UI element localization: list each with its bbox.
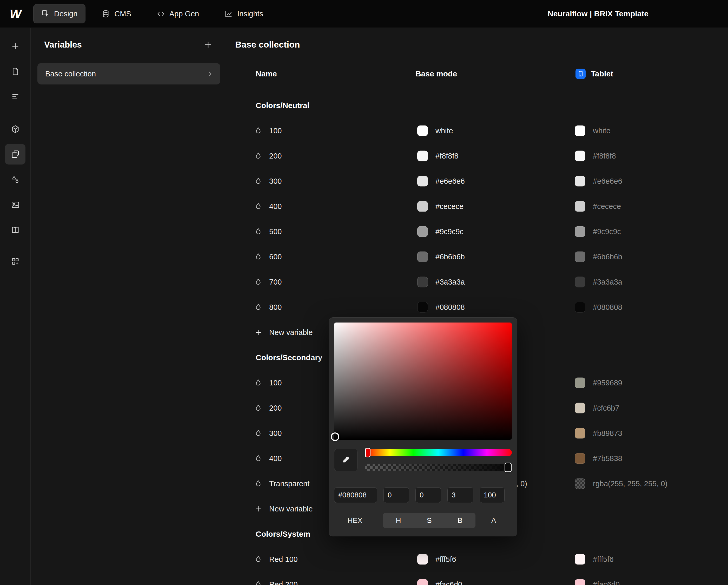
components-icon — [11, 125, 20, 133]
color-swatch[interactable] — [417, 277, 428, 287]
alpha-slider[interactable] — [365, 464, 512, 471]
rail-components-button[interactable] — [5, 119, 25, 139]
variable-row[interactable]: 200#f8f8f8#f8f8f8 — [227, 143, 728, 169]
color-value[interactable]: #6b6b6b — [593, 252, 622, 261]
rail-assets-button[interactable] — [5, 195, 25, 215]
color-value[interactable]: #f8f8f8 — [593, 152, 616, 160]
color-value[interactable]: #fff5f6 — [593, 555, 614, 563]
column-header-tablet[interactable]: Tablet — [575, 69, 613, 79]
hue-slider[interactable] — [365, 449, 512, 456]
variable-row[interactable]: Red 200#fac6d0#fac6d0 — [227, 572, 728, 585]
color-swatch[interactable] — [575, 151, 586, 161]
color-swatch[interactable] — [575, 478, 586, 489]
cms-icon — [102, 9, 110, 18]
variable-row[interactable]: 400#cecece#cecece — [227, 194, 728, 219]
color-value[interactable]: #cecece — [436, 202, 464, 210]
top-bar: W Design CMS App Gen — [0, 0, 728, 28]
color-swatch[interactable] — [417, 176, 428, 186]
color-swatch[interactable] — [417, 125, 428, 136]
variable-name: Red 200 — [269, 580, 298, 585]
mode-b-button[interactable]: B — [445, 513, 475, 528]
rail-pages-button[interactable] — [5, 61, 25, 82]
rail-styles-button[interactable] — [5, 169, 25, 190]
mode-hex-button[interactable]: HEX — [334, 513, 376, 528]
color-value[interactable]: rgba(255, 255, 255, 0) — [593, 479, 668, 488]
color-value[interactable]: #e6e6e6 — [436, 177, 465, 185]
color-value[interactable]: #e6e6e6 — [593, 177, 622, 185]
add-collection-button[interactable] — [204, 40, 212, 49]
color-swatch[interactable] — [575, 428, 586, 438]
color-swatch[interactable] — [575, 251, 586, 262]
color-swatch[interactable] — [417, 151, 428, 161]
sb-cursor-handle[interactable] — [331, 432, 339, 441]
color-value[interactable]: white — [436, 126, 453, 135]
color-swatch[interactable] — [575, 176, 586, 186]
color-value[interactable]: #cecece — [593, 202, 621, 210]
color-swatch[interactable] — [417, 251, 428, 262]
hex-input[interactable] — [334, 487, 377, 503]
column-header-base-mode[interactable]: Base mode — [415, 69, 457, 78]
tab-app-gen[interactable]: App Gen — [153, 4, 203, 23]
color-swatch[interactable] — [575, 453, 586, 464]
webflow-logo[interactable]: W — [0, 7, 31, 21]
color-swatch[interactable] — [575, 201, 586, 211]
eyedropper-button[interactable] — [334, 449, 358, 471]
rail-variables-button[interactable] — [5, 144, 25, 164]
variable-row[interactable]: 600#6b6b6b#6b6b6b — [227, 244, 728, 269]
color-value[interactable]: #3a3a3a — [436, 278, 465, 286]
color-value[interactable]: #b89873 — [593, 429, 622, 437]
color-value[interactable]: #9c9c9c — [593, 227, 621, 236]
color-value[interactable]: #cfc6b7 — [593, 404, 619, 412]
variable-row[interactable]: 300#e6e6e6#e6e6e6 — [227, 169, 728, 194]
color-value[interactable]: white — [593, 126, 610, 135]
hue-slider-handle[interactable] — [365, 448, 370, 457]
color-swatch[interactable] — [575, 226, 586, 237]
color-swatch[interactable] — [575, 403, 586, 413]
variable-row[interactable]: 700#3a3a3a#3a3a3a — [227, 269, 728, 295]
variable-row[interactable]: 100whitewhite — [227, 118, 728, 143]
mode-h-button[interactable]: H — [383, 513, 414, 528]
tab-cms[interactable]: CMS — [98, 4, 135, 23]
color-swatch[interactable] — [417, 554, 428, 564]
color-value[interactable]: #9c9c9c — [436, 227, 464, 236]
color-value[interactable]: #f8f8f8 — [436, 152, 459, 160]
saturation-brightness-area[interactable] — [334, 323, 512, 440]
color-swatch[interactable] — [575, 377, 586, 388]
alpha-value-input[interactable] — [479, 487, 504, 503]
color-swatch[interactable] — [575, 277, 586, 287]
color-swatch[interactable] — [575, 302, 586, 312]
color-swatch[interactable] — [417, 302, 428, 312]
collection-item-base[interactable]: Base collection — [37, 63, 220, 84]
color-value[interactable]: #959689 — [593, 378, 622, 387]
color-swatch[interactable] — [417, 201, 428, 211]
color-swatch[interactable] — [417, 226, 428, 237]
rail-navigator-button[interactable] — [5, 86, 25, 107]
color-swatch[interactable] — [575, 125, 586, 136]
color-value[interactable]: #7b5838 — [593, 454, 622, 463]
variable-row[interactable]: Red 100#fff5f6#fff5f6 — [227, 546, 728, 572]
color-value[interactable]: #fac6d0 — [436, 580, 462, 585]
hue-value-input[interactable] — [384, 487, 409, 503]
mode-a-button[interactable]: A — [475, 513, 512, 528]
rail-resources-button[interactable] — [5, 220, 25, 240]
rail-add-button[interactable] — [5, 36, 25, 56]
color-swatch[interactable] — [417, 579, 428, 585]
color-value[interactable]: #3a3a3a — [593, 278, 622, 286]
color-value[interactable]: #fff5f6 — [436, 555, 456, 563]
variable-row[interactable]: 800#080808#080808 — [227, 295, 728, 320]
mode-s-button[interactable]: S — [414, 513, 445, 528]
rail-apps-button[interactable] — [5, 251, 25, 272]
variable-name: 200 — [269, 404, 282, 412]
tab-insights[interactable]: Insights — [221, 4, 267, 23]
saturation-value-input[interactable] — [415, 487, 441, 503]
color-swatch[interactable] — [575, 579, 586, 585]
brightness-value-input[interactable] — [447, 487, 473, 503]
color-swatch[interactable] — [575, 554, 586, 564]
color-value[interactable]: #6b6b6b — [436, 252, 465, 261]
tab-design[interactable]: Design — [33, 4, 85, 23]
color-value[interactable]: #fac6d0 — [593, 580, 620, 585]
variable-row[interactable]: 500#9c9c9c#9c9c9c — [227, 219, 728, 244]
color-value[interactable]: #080808 — [436, 303, 465, 311]
alpha-slider-handle[interactable] — [504, 463, 512, 472]
color-value[interactable]: #080808 — [593, 303, 622, 311]
